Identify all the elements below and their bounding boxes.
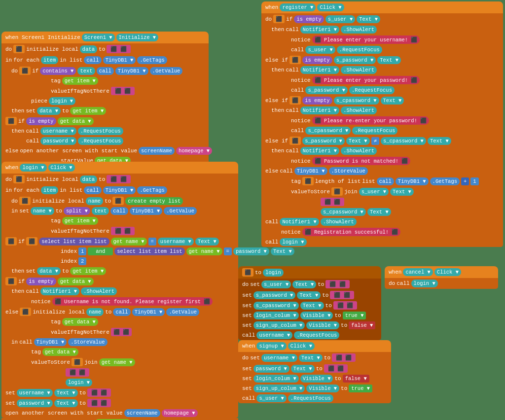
block-canvas: when Screen1 Initialize Screen1 ▼ Initia…: [0, 0, 505, 420]
screen1-dropdown[interactable]: Screen1 ▼: [82, 34, 115, 41]
login-click-block: when login ▼ Click ▼ do ⬛ initialize loc…: [1, 162, 238, 420]
register-click-block: when register ▼ Click ▼ do ⬛ if is empty…: [261, 1, 503, 247]
when-label: when Screen1 Initialize: [5, 35, 80, 40]
initialize-dropdown[interactable]: Initialize ▼: [116, 34, 159, 41]
to-login-block: ⬛ to login do set s_user ▼ Text ▼ to ⬛ ⬛…: [238, 266, 381, 340]
cancel-click-block: when cancel ▼ Click ▼ do call login ▼: [385, 266, 498, 289]
signup-click-block: when signup ▼ Click ▼ do set username ▼ …: [238, 340, 391, 403]
screen1-init-block: when Screen1 Initialize Screen1 ▼ Initia…: [1, 32, 209, 166]
